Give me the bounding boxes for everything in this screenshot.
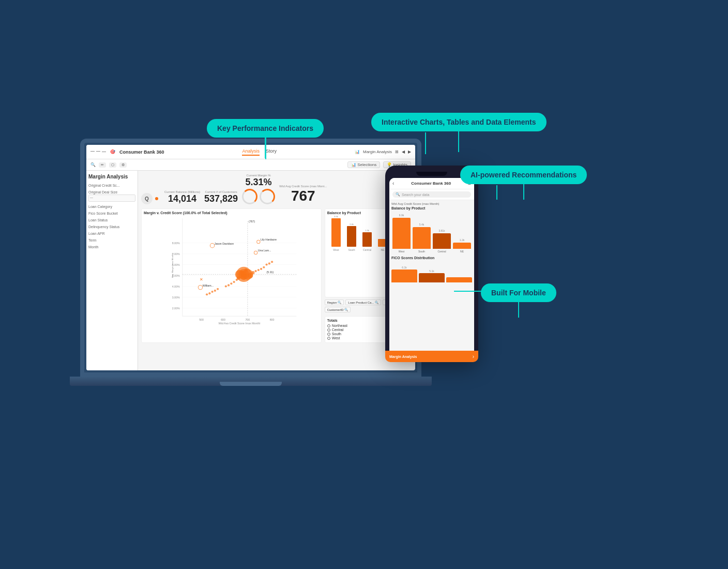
kpi-credit-value: 767 <box>279 188 327 204</box>
qlik-dot <box>155 197 158 200</box>
svg-text:4.00%: 4.00% <box>172 285 180 288</box>
filter-region[interactable]: Region 🔍 <box>325 300 344 305</box>
phone-bar-south: 5.4k South <box>413 223 431 253</box>
svg-text:West: West <box>333 248 339 251</box>
svg-point-39 <box>228 284 230 286</box>
filter-term: Term <box>88 238 135 242</box>
bar-ne <box>453 243 471 249</box>
phone-app-title: Consumer Bank 360 <box>396 181 466 186</box>
laptop-base <box>70 377 432 386</box>
svg-point-34 <box>233 281 235 283</box>
scatter-svg: 2.00% 3.00% 4.00% 5.00% 6.00% 7.00% 8.00… <box>144 216 319 324</box>
filter-month: Month <box>88 245 135 249</box>
svg-point-38 <box>257 269 260 271</box>
kpi-balance: Current Balance (Millions) 14,014 <box>164 190 200 204</box>
filter-delinquency: Delinquency Status <box>88 225 135 229</box>
phone-bottom-arrow: › <box>473 354 474 356</box>
phone-bar-ne: 1.2k NE <box>453 238 471 253</box>
phone-back-btn[interactable]: ‹ <box>392 181 394 186</box>
svg-point-33 <box>236 279 238 281</box>
laptop-screen: 🎯 Consumer Bank 360 Analysis Story 📊 Mar… <box>86 145 415 370</box>
svg-text:1.3k: 1.3k <box>365 229 369 232</box>
filter-loan-apr: Loan APR <box>88 232 135 235</box>
svg-text:William...: William... <box>203 284 214 287</box>
phone-bottom-bar[interactable]: Margin Analysis › <box>389 351 474 356</box>
laptop-screen-outer: 🎯 Consumer Bank 360 Analysis Story 📊 Mar… <box>80 139 421 377</box>
kpi-row: Q Current Balance (Millions) 14,014 Curr… <box>141 174 412 204</box>
edit-btn[interactable]: ✏ <box>99 162 106 168</box>
balance-bar-svg: West South Central NE 4.6k 2.4k 1.3k <box>327 216 395 252</box>
phone-bar-chart: 6.9k West 5.4k South 3.81k Central <box>391 212 472 253</box>
bar-west <box>392 218 411 249</box>
svg-text:(5.31): (5.31) <box>267 271 274 274</box>
share-btn[interactable]: ⬡ <box>109 162 116 168</box>
svg-point-44 <box>214 290 216 292</box>
kpi-margin-value: 5.31% <box>242 177 275 188</box>
svg-point-36 <box>251 271 254 274</box>
app-name: Consumer Bank 360 <box>119 149 164 155</box>
svg-rect-65 <box>362 232 372 247</box>
svg-rect-63 <box>331 218 341 247</box>
qlik-toolbar: 🔍 ✏ ⬡ ⚙ 📊 Selections 💡 Insights <box>86 159 415 171</box>
svg-text:(767): (767) <box>249 220 255 223</box>
phone-section1-title: Wtd Avg Credit Score (max Month) <box>391 202 472 205</box>
svg-text:600: 600 <box>221 318 225 321</box>
phone-search-box[interactable]: 🔍 Search your data <box>392 191 471 198</box>
svg-text:Avg. Margin (max Month): Avg. Margin (max Month) <box>171 253 174 278</box>
page-title: Margin Analysis <box>88 174 135 179</box>
qlik-app: 🎯 Consumer Bank 360 Analysis Story 📊 Mar… <box>86 145 415 370</box>
svg-text:2.00%: 2.00% <box>172 307 180 310</box>
laptop: 🎯 Consumer Bank 360 Analysis Story 📊 Mar… <box>80 139 421 386</box>
svg-point-41 <box>260 268 262 270</box>
svg-point-46 <box>208 292 210 294</box>
qlik-topbar: 🎯 Consumer Bank 360 Analysis Story 📊 Mar… <box>86 145 415 159</box>
kpi-margin: Current Margin % 5.31% <box>242 174 275 204</box>
qlik-sidebar: Margin Analysis Original Credit Sc... Or… <box>86 171 138 370</box>
qlik-logo: Q <box>141 193 158 204</box>
bar-south <box>413 227 431 249</box>
tab-story[interactable]: Story <box>266 148 277 156</box>
kpi-customers: Current # of Customers 537,829 <box>204 190 238 204</box>
svg-point-37 <box>254 270 256 272</box>
filter-loan-product[interactable]: Loan Product Ca... 🔍 <box>345 300 381 305</box>
phone-section3-title: FICO Scores Distribution <box>391 256 472 260</box>
qlik-content: Margin Analysis Original Credit Sc... Or… <box>86 171 415 370</box>
svg-point-57 <box>198 285 202 289</box>
kpi-gauge <box>242 189 257 204</box>
svg-text:800: 800 <box>270 318 275 321</box>
svg-text:8.00%: 8.00% <box>172 242 180 245</box>
scatter-chart: Margin v. Credit Score (100.0% of Total … <box>141 208 322 343</box>
settings-btn[interactable]: ⚙ <box>119 162 127 168</box>
svg-text:NE: NE <box>381 248 385 251</box>
svg-text:4.6k: 4.6k <box>334 216 338 218</box>
phone-content: Wtd Avg Credit Score (max Month) Balance… <box>389 200 474 284</box>
ai-connector-line <box>496 185 497 200</box>
svg-point-45 <box>211 291 213 293</box>
phone-search-area: 🔍 Search your data <box>389 189 474 200</box>
svg-text:2.4k: 2.4k <box>350 223 354 226</box>
svg-text:Lily Hardacre: Lily Hardacre <box>261 238 277 241</box>
charts-row: Margin v. Credit Score (100.0% of Total … <box>141 208 412 343</box>
phone-search-placeholder: Search your data <box>402 193 429 197</box>
fico-mini-bars: 6.1k 5.1k <box>391 262 472 282</box>
callout-ai: AI-powered Recommendations <box>460 166 587 184</box>
charts-connector-line <box>425 132 426 154</box>
phone-screen: ‹ Consumer Bank 360 ≡ 🔍 Search your data… <box>389 178 474 356</box>
svg-point-49 <box>268 262 270 264</box>
bar-central <box>433 233 451 249</box>
svg-text:✕: ✕ <box>200 277 203 282</box>
selections-button[interactable]: 📊 Selections <box>347 161 380 168</box>
tab-analysis[interactable]: Analysis <box>242 148 260 156</box>
filter-customerid[interactable]: CustomerID 🔍 <box>325 307 351 312</box>
svg-point-35 <box>230 282 232 284</box>
phone-section2-title: Balance by Product <box>391 206 472 210</box>
callout-mobile: Built For Mobile <box>481 283 556 302</box>
filter-loan-status: Loan Status <box>88 218 135 222</box>
kpi-credit-score: Wtd Avg Credit Score (max Mont... 767 <box>279 185 327 204</box>
svg-point-50 <box>271 261 273 263</box>
phone-bottom-text: Margin Analysis <box>389 355 417 356</box>
svg-point-42 <box>263 266 265 268</box>
svg-text:500: 500 <box>199 318 204 321</box>
callout-charts: Interactive Charts, Tables and Data Elem… <box>371 113 547 131</box>
kpi-gauge2 <box>260 189 275 204</box>
